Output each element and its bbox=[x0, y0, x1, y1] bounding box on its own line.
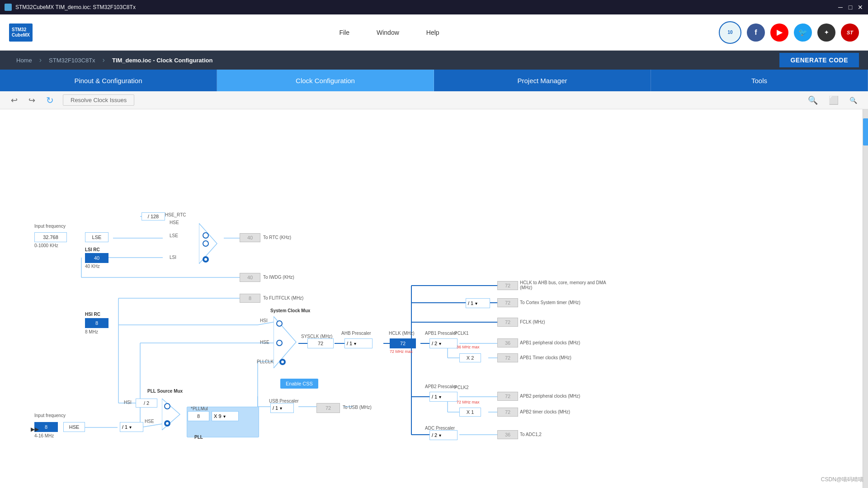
apb1-x2-box[interactable]: X 2 bbox=[459, 353, 481, 362]
pclk2-label: PCLK2 bbox=[454, 385, 469, 390]
breadcrumb-bar: Home › STM32F103C8Tx › TIM_demo.ioc - Cl… bbox=[0, 51, 868, 70]
social-icons: 10 f ▶ 🐦 ✦ ST bbox=[719, 21, 859, 44]
youtube-icon[interactable]: ▶ bbox=[770, 23, 788, 42]
enable-css-button[interactable]: Enable CSS bbox=[280, 379, 318, 389]
hse-div-dropdown[interactable]: / 1 bbox=[120, 422, 143, 432]
pll-radio-hse[interactable] bbox=[164, 420, 170, 427]
breadcrumb-home[interactable]: Home bbox=[9, 51, 39, 70]
menu-help[interactable]: Help bbox=[426, 29, 439, 36]
breadcrumb-current[interactable]: TIM_demo.ioc - Clock Configuration bbox=[105, 51, 220, 70]
tab-tools[interactable]: Tools bbox=[651, 70, 868, 91]
hse-div128[interactable]: / 128 bbox=[142, 212, 165, 221]
pclk1-max: 36 MHz max bbox=[457, 345, 480, 349]
app-icon bbox=[5, 4, 12, 11]
breadcrumb-device[interactable]: STM32F103C8Tx bbox=[42, 51, 103, 70]
to-iwdg-value: 40 bbox=[240, 273, 260, 282]
pll-label: PLL bbox=[194, 435, 203, 440]
apb2-periph-label: APB2 peripheral clocks (MHz) bbox=[520, 394, 580, 399]
usb-prescaler-dropdown[interactable]: / 1 bbox=[270, 403, 294, 413]
right-sidebar bbox=[863, 109, 868, 488]
hclk-ahb-value: 72 bbox=[497, 281, 518, 290]
cortex-label: To Cortex System timer (MHz) bbox=[520, 300, 580, 305]
menu-file[interactable]: File bbox=[339, 29, 349, 36]
hclk-box[interactable]: 72 bbox=[390, 338, 416, 348]
refresh-button[interactable]: ↻ bbox=[44, 93, 56, 108]
hclk-label: HCLK (MHz) bbox=[389, 331, 415, 336]
sysclk-radio-pll[interactable] bbox=[279, 359, 286, 365]
undo-button[interactable]: ↩ bbox=[9, 94, 19, 107]
sysclk-radio-hse[interactable] bbox=[276, 340, 283, 346]
pll-source-mux-label: PLL Source Mux bbox=[147, 389, 183, 394]
lsi-rc-box[interactable]: 40 bbox=[85, 253, 108, 263]
menu-window[interactable]: Window bbox=[377, 29, 399, 36]
tab-pinout[interactable]: Pinout & Configuration bbox=[0, 70, 217, 91]
apb2-timer-label: APB2 timer clocks (MHz) bbox=[520, 409, 570, 414]
pll-mul-selector[interactable]: X 9 bbox=[212, 411, 239, 421]
tab-clock[interactable]: Clock Configuration bbox=[217, 70, 434, 91]
apb1-prescaler-dropdown[interactable]: / 2 bbox=[429, 338, 458, 348]
adc-prescaler-dropdown[interactable]: / 2 bbox=[429, 430, 458, 440]
to-usb-label: To USB (MHz) bbox=[343, 405, 372, 410]
close-button[interactable]: ✕ bbox=[857, 4, 863, 10]
maximize-button[interactable]: □ bbox=[847, 4, 854, 10]
lsi-rc-label: LSI RC bbox=[85, 247, 100, 252]
cortex-value: 72 bbox=[497, 298, 518, 307]
st-logo[interactable]: ST bbox=[841, 23, 859, 42]
hsi-mux-label: HSI bbox=[260, 318, 268, 323]
apb1-timer-value: 72 bbox=[497, 353, 518, 362]
rtc-radio-lse[interactable] bbox=[203, 240, 209, 247]
toolbar: ↩ ↪ ↻ Resolve Clock Issues 🔍 ⬜ 🔍 bbox=[0, 91, 868, 109]
apb1-prescaler-label: APB1 Prescaler bbox=[425, 331, 457, 336]
rtc-radio-lsi[interactable] bbox=[203, 256, 209, 263]
twitter-icon[interactable]: 🐦 bbox=[794, 23, 812, 42]
hsi-pll-label: HSI bbox=[124, 400, 132, 405]
redo-button[interactable]: ↪ bbox=[27, 94, 37, 107]
input-freq-value[interactable]: 32.768 bbox=[34, 232, 67, 242]
lse-box[interactable]: LSE bbox=[85, 232, 108, 242]
to-adc-value: 36 bbox=[497, 430, 518, 439]
hse2-box[interactable]: HSE bbox=[63, 422, 85, 432]
sysclk-radio-hsi[interactable] bbox=[276, 320, 283, 327]
ahb-prescaler-label: AHB Prescaler bbox=[341, 331, 371, 336]
tab-project[interactable]: Project Manager bbox=[434, 70, 651, 91]
rtc-radio-hse[interactable] bbox=[203, 232, 209, 239]
menu-items: File Window Help bbox=[60, 29, 719, 36]
hclk-max: 72 MHz max bbox=[390, 349, 413, 354]
input-arrow: ▶▶ bbox=[31, 426, 39, 432]
pll-mul-value[interactable]: 8 bbox=[188, 411, 209, 421]
generate-code-button[interactable]: GENERATE CODE bbox=[779, 53, 859, 67]
main-content: Input frequency 32.768 0-1000 KHz LSE LS… bbox=[0, 109, 868, 488]
sysclk-box[interactable]: 72 bbox=[307, 338, 334, 348]
apb2-prescaler-dropdown[interactable]: / 1 bbox=[429, 392, 458, 402]
watermark: CSDN@喵码晴喵 bbox=[821, 476, 863, 483]
hsi-div2-box[interactable]: / 2 bbox=[136, 399, 157, 408]
menu-bar: STM32CubeMX File Window Help 10 f ▶ 🐦 ✦ … bbox=[0, 14, 868, 51]
ahb-prescaler-dropdown[interactable]: / 1 bbox=[344, 338, 373, 348]
hsi-rc-box[interactable]: 8 bbox=[85, 318, 108, 328]
input-freq2-range: 4-16 MHz bbox=[34, 433, 54, 438]
lsi-rc-unit: 40 KHz bbox=[85, 264, 100, 269]
apb1-periph-value: 36 bbox=[497, 338, 518, 347]
anniversary-badge: 10 bbox=[719, 21, 741, 44]
zoom-out-button[interactable]: 🔍 bbox=[848, 95, 859, 106]
svg-line-14 bbox=[140, 423, 165, 427]
clock-diagram: Input frequency 32.768 0-1000 KHz LSE LS… bbox=[0, 109, 863, 488]
minimize-button[interactable]: ─ bbox=[837, 4, 844, 10]
resolve-clock-button[interactable]: Resolve Clock Issues bbox=[63, 94, 134, 106]
title-text: STM32CubeMX TIM_demo.ioc: STM32F103C8Tx bbox=[15, 4, 136, 10]
apb2-x1-box[interactable]: X 1 bbox=[459, 408, 481, 417]
sidebar-handle[interactable] bbox=[863, 118, 868, 145]
input-freq2-label: Input frequency bbox=[34, 413, 66, 418]
facebook-icon[interactable]: f bbox=[747, 23, 765, 42]
stm32-logo: STM32CubeMX bbox=[9, 23, 33, 42]
zoom-in-button[interactable]: 🔍 bbox=[806, 94, 820, 107]
pll-radio-hsi[interactable] bbox=[164, 403, 170, 409]
pclk1-label: PCLK1 bbox=[454, 331, 469, 336]
input-freq-label: Input frequency bbox=[34, 224, 66, 229]
zoom-fit-button[interactable]: ⬜ bbox=[827, 94, 840, 107]
hsi-rc-label: HSI RC bbox=[85, 312, 100, 317]
cortex-div-dropdown[interactable]: / 1 bbox=[466, 298, 490, 308]
pll-mul-label: *PLLMul bbox=[191, 406, 208, 411]
tab-bar: Pinout & Configuration Clock Configurati… bbox=[0, 70, 868, 91]
community-icon[interactable]: ✦ bbox=[817, 23, 835, 42]
